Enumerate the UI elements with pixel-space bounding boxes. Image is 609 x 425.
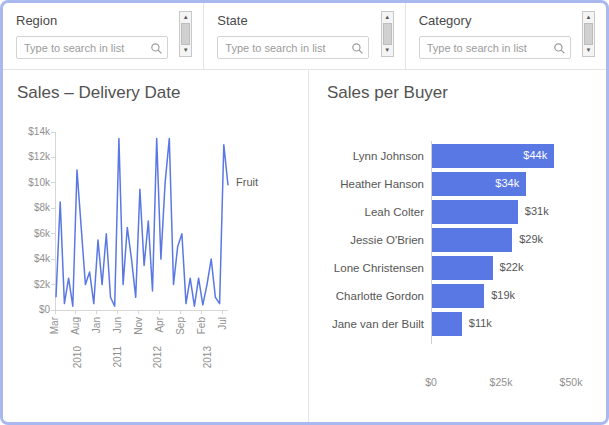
search-icon[interactable] xyxy=(351,41,364,54)
scroll-down-icon[interactable]: ▼ xyxy=(583,45,594,56)
search-icon[interactable] xyxy=(553,41,566,54)
bar-value-label: $44k xyxy=(431,149,547,161)
filter-state-label: State xyxy=(217,13,391,28)
x-tick xyxy=(117,310,118,314)
bar-area: $22k xyxy=(431,256,596,280)
x-axis-year-label: 2012 xyxy=(152,346,163,368)
x-axis-year-label: 2011 xyxy=(112,346,123,368)
filter-region-label: Region xyxy=(16,13,190,28)
bar-chart-panel: Sales per Buyer Lynn Johnson$44kHeather … xyxy=(309,70,606,422)
sales-bar[interactable] xyxy=(431,312,462,336)
scroll-thumb[interactable] xyxy=(181,23,190,45)
bar-row: Lynn Johnson$44k xyxy=(323,144,596,168)
x-axis-year-label: 2013 xyxy=(202,346,213,368)
legend-fruit[interactable]: Fruit xyxy=(236,176,258,188)
line-chart-plot[interactable] xyxy=(55,132,228,311)
y-tick xyxy=(51,259,55,260)
state-search-input[interactable] xyxy=(217,36,369,59)
bar-area: $11k xyxy=(431,312,596,336)
scroll-thumb[interactable] xyxy=(584,23,593,45)
buyer-name: Charlotte Gordon xyxy=(323,290,431,302)
bar-row: Lone Christensen$22k xyxy=(323,256,596,280)
bar-value-label: $31k xyxy=(525,205,549,217)
bar-value-label: $34k xyxy=(431,177,519,189)
sales-bar[interactable] xyxy=(431,256,493,280)
bar-value-label: $19k xyxy=(491,289,515,301)
bar-area: $31k xyxy=(431,200,596,224)
charts-row: Sales – Delivery Date Fruit $0$2k$4k$6k$… xyxy=(3,70,606,422)
y-tick xyxy=(51,157,55,158)
filter-state-search xyxy=(217,36,369,59)
scroll-up-icon[interactable]: ▲ xyxy=(583,12,594,23)
x-axis-year-label: 2010 xyxy=(72,346,83,368)
scroll-down-icon[interactable]: ▼ xyxy=(180,45,191,56)
y-tick xyxy=(51,132,55,133)
bar-area: $19k xyxy=(431,284,596,308)
filter-region-search xyxy=(16,36,168,59)
sales-bar[interactable] xyxy=(431,284,484,308)
y-axis-label: $8k xyxy=(5,202,50,213)
buyer-name: Heather Hanson xyxy=(323,178,431,190)
bar-row: Leah Colter$31k xyxy=(323,200,596,224)
scroll-down-icon[interactable]: ▼ xyxy=(382,45,393,56)
y-axis-label: $12k xyxy=(5,151,50,162)
scroll-thumb[interactable] xyxy=(383,23,392,45)
bar-axis-label: $25k xyxy=(490,376,513,388)
x-axis-month-label: Jun xyxy=(112,317,123,333)
bar-chart-title: Sales per Buyer xyxy=(327,83,448,103)
buyer-name: Jessie O'Brien xyxy=(323,234,431,246)
x-tick xyxy=(75,310,76,314)
sales-line xyxy=(56,138,228,306)
y-tick xyxy=(51,233,55,234)
search-icon[interactable] xyxy=(150,41,163,54)
y-tick xyxy=(51,182,55,183)
bar-axis-label: $50k xyxy=(560,376,583,388)
bar-value-label: $22k xyxy=(500,261,524,273)
x-axis-month-label: Jan xyxy=(91,317,102,333)
x-tick xyxy=(201,310,202,314)
x-tick xyxy=(159,310,160,314)
x-axis-month-label: Aug xyxy=(70,317,81,335)
filter-region: Region ▲ ▼ xyxy=(3,3,203,69)
y-axis-label: $10k xyxy=(5,177,50,188)
bar-row: Jessie O'Brien$29k xyxy=(323,228,596,252)
region-search-input[interactable] xyxy=(16,36,168,59)
x-tick xyxy=(138,310,139,314)
buyer-name: Lynn Johnson xyxy=(323,150,431,162)
x-axis-month-label: Sep xyxy=(175,317,186,335)
x-axis-month-label: Feb xyxy=(196,317,207,334)
scroll-up-icon[interactable]: ▲ xyxy=(180,12,191,23)
y-tick xyxy=(51,284,55,285)
sales-bar[interactable] xyxy=(431,200,518,224)
bar-row: Jane van der Built$11k xyxy=(323,312,596,336)
x-axis-month-label: Nov xyxy=(133,317,144,335)
line-chart-panel: Sales – Delivery Date Fruit $0$2k$4k$6k$… xyxy=(3,70,309,422)
state-scrollbar[interactable]: ▲ ▼ xyxy=(381,11,394,57)
bar-rows: Lynn Johnson$44kHeather Hanson$34kLeah C… xyxy=(323,144,596,340)
bar-value-label: $11k xyxy=(469,317,492,329)
sales-bar[interactable] xyxy=(431,228,512,252)
bar-area: $29k xyxy=(431,228,596,252)
x-tick xyxy=(96,310,97,314)
filter-category-search xyxy=(419,36,571,59)
filter-state: State ▲ ▼ xyxy=(203,3,404,69)
category-search-input[interactable] xyxy=(419,36,571,59)
y-axis-label: $4k xyxy=(5,253,50,264)
category-scrollbar[interactable]: ▲ ▼ xyxy=(582,11,595,57)
x-tick xyxy=(180,310,181,314)
y-axis-label: $2k xyxy=(5,279,50,290)
bar-area: $44k xyxy=(431,144,596,168)
line-chart-svg xyxy=(56,132,228,310)
x-tick xyxy=(222,310,223,314)
bar-axis: $0$25k$50k xyxy=(431,376,572,390)
bar-axis-line xyxy=(431,141,432,344)
dashboard: Region ▲ ▼ State ▲ xyxy=(0,0,609,425)
x-axis-month-label: Apr xyxy=(154,317,165,333)
bar-area: $34k xyxy=(431,172,596,196)
scroll-up-icon[interactable]: ▲ xyxy=(382,12,393,23)
bar-row: Charlotte Gordon$19k xyxy=(323,284,596,308)
x-tick xyxy=(55,310,56,314)
region-scrollbar[interactable]: ▲ ▼ xyxy=(179,11,192,57)
filter-category-label: Category xyxy=(419,13,593,28)
bar-row: Heather Hanson$34k xyxy=(323,172,596,196)
